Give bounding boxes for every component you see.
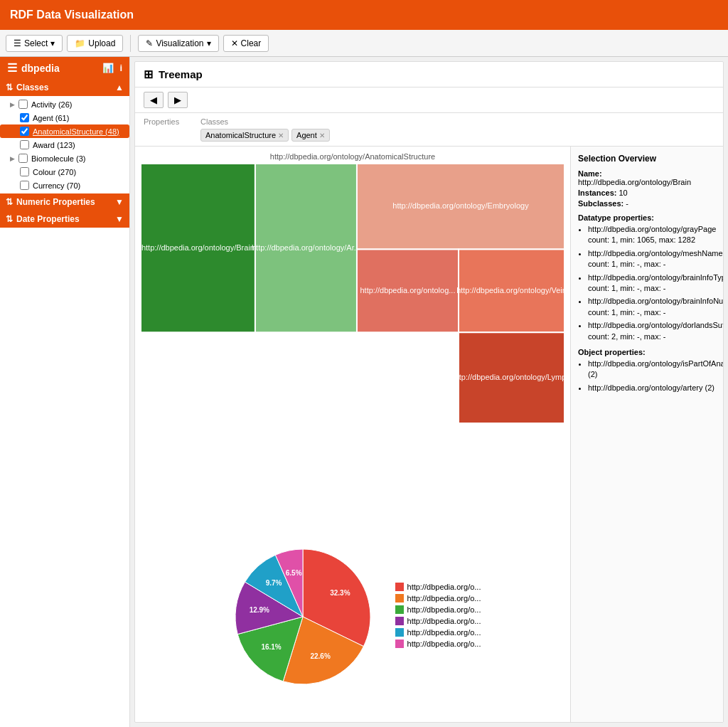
class-checkbox[interactable]	[18, 100, 28, 109]
info-icon[interactable]: i	[119, 63, 122, 73]
treemap-container: http://dbpedia.org/ontology/AnatomicalSt…	[135, 147, 570, 722]
class-checkbox[interactable]	[20, 181, 29, 190]
legend-label: http://dbpedia.org/o...	[407, 583, 481, 591]
visualization-button[interactable]: ✎ Visualization ▾	[138, 35, 218, 52]
overview-title: Selection Overview	[578, 154, 716, 164]
filter-tags: AnatomicalStructure ✕Agent ✕	[200, 129, 714, 142]
datatype-prop-item: http://dbpedia.org/ontology/brainInfoTyp…	[588, 272, 716, 294]
svg-text:9.7%: 9.7%	[265, 579, 282, 587]
sort-icon: ⇅	[6, 83, 13, 92]
class-list-item[interactable]: Agent (61)	[0, 111, 129, 124]
legend-label: http://dbpedia.org/o...	[407, 605, 481, 614]
treemap-svg-element[interactable]: http://dbpedia.org/ontology/Brainhttp://…	[141, 164, 564, 423]
chart-bar-icon[interactable]: 📊	[102, 63, 114, 73]
svg-text:16.1%: 16.1%	[261, 643, 281, 651]
object-props-list: http://dbpedia.org/ontology/isPartOfAnat…	[588, 359, 716, 393]
visualization-panel: ⊞ Treemap ◀ ▶ Properties Classes Anatomi…	[134, 61, 724, 723]
class-label: Award (123)	[33, 141, 75, 149]
select-button[interactable]: ☰ Select ▾	[6, 35, 63, 52]
title-bar: RDF Data Visualization	[0, 0, 728, 30]
viz-title: Treemap	[159, 68, 203, 80]
numeric-section-header[interactable]: ⇅ Numeric Properties ▼	[0, 193, 129, 211]
datatype-prop-item: http://dbpedia.org/ontology/dorlandsSuff…	[588, 320, 716, 342]
remove-tag-icon[interactable]: ✕	[278, 132, 284, 139]
svg-text:http://dbpedia.org/ontology/Em: http://dbpedia.org/ontology/Embryology	[392, 201, 529, 210]
classes-filter-label: Classes	[200, 117, 714, 126]
filter-tag[interactable]: AnatomicalStructure ✕	[200, 129, 289, 142]
pie-chart[interactable]: 32.3%22.6%16.1%12.9%9.7%6.5%	[225, 538, 381, 695]
legend-item: http://dbpedia.org/o...	[395, 594, 481, 603]
legend-item: http://dbpedia.org/o...	[395, 628, 481, 637]
back-button[interactable]: ◀	[144, 92, 164, 108]
date-label: Date Properties	[16, 214, 80, 224]
table-icon: ⊞	[144, 68, 153, 81]
legend-item: http://dbpedia.org/o...	[395, 583, 481, 591]
sort-icon-3: ⇅	[6, 214, 13, 224]
legend-color-box	[395, 594, 404, 603]
treemap-area: http://dbpedia.org/ontology/AnatomicalSt…	[135, 147, 723, 722]
legend-label: http://dbpedia.org/o...	[407, 594, 481, 603]
legend-label: http://dbpedia.org/o...	[407, 617, 481, 625]
chart-icon: ✎	[146, 38, 153, 48]
expand-icon-2: ▼	[115, 214, 124, 224]
class-checkbox[interactable]	[20, 140, 29, 149]
chevron-down-icon-2: ▾	[207, 38, 211, 48]
content-area: ⊞ Treemap ◀ ▶ Properties Classes Anatomi…	[130, 57, 728, 727]
legend-color-box	[395, 583, 404, 591]
remove-tag-icon[interactable]: ✕	[319, 132, 325, 139]
app-title: RDF Data Visualization	[10, 9, 134, 21]
selection-overview: Selection Overview Name: http://dbpedia.…	[570, 147, 723, 722]
svg-text:http://dbpedia.org/ontolog...: http://dbpedia.org/ontolog...	[360, 286, 456, 294]
upload-button[interactable]: 📁 Upload	[67, 35, 123, 52]
filter-bar: Properties Classes AnatomicalStructure ✕…	[135, 113, 723, 147]
class-list-item[interactable]: Currency (70)	[0, 179, 129, 192]
class-list-item[interactable]: ▶Biomolecule (3)	[0, 152, 129, 165]
viz-header: ⊞ Treemap	[135, 62, 723, 87]
clear-icon: ✕	[231, 38, 238, 48]
class-checkbox[interactable]	[18, 154, 28, 163]
dataset-header[interactable]: ☰ dbpedia 📊 i	[0, 57, 129, 79]
filter-tag[interactable]: Agent ✕	[291, 129, 330, 142]
viz-navigation: ◀ ▶	[135, 87, 723, 113]
legend-item: http://dbpedia.org/o...	[395, 617, 481, 625]
pie-legend: http://dbpedia.org/o... http://dbpedia.o…	[395, 583, 481, 651]
clear-button[interactable]: ✕ Clear	[223, 35, 269, 52]
svg-text:http://dbpedia.org/ontology/Br: http://dbpedia.org/ontology/Brain	[141, 243, 255, 252]
class-checkbox[interactable]	[20, 113, 29, 122]
toolbar: ☰ Select ▾ 📁 Upload ✎ Visualization ▾ ✕ …	[0, 30, 728, 57]
class-label: Colour (270)	[33, 168, 76, 176]
classes-section-header[interactable]: ⇅ Classes ▲	[0, 79, 129, 96]
menu-icon: ☰	[7, 61, 17, 75]
datatype-prop-item: http://dbpedia.org/ontology/grayPage cou…	[588, 224, 716, 246]
overview-instances: Instances: 10	[578, 189, 716, 197]
class-list-item[interactable]: Colour (270)	[0, 165, 129, 179]
overview-name: Name: http://dbpedia.org/ontology/Brain	[578, 169, 716, 186]
date-section-header[interactable]: ⇅ Date Properties ▼	[0, 211, 129, 228]
overview-subclasses: Subclasses: -	[578, 199, 716, 208]
svg-text:http://dbpedia.org/ontology/Ly: http://dbpedia.org/ontology/Lymph	[453, 373, 564, 381]
datatype-prop-item: http://dbpedia.org/ontology/meshName cou…	[588, 248, 716, 270]
class-list-item[interactable]: ▶Activity (26)	[0, 97, 129, 111]
class-label: Biomolecule (3)	[31, 154, 85, 163]
legend-color-box	[395, 640, 404, 648]
object-prop-item: http://dbpedia.org/ontology/artery (2)	[588, 383, 716, 393]
upload-icon: 📁	[75, 38, 85, 48]
class-list-item[interactable]: AnatomicalStructure (48)	[0, 124, 129, 138]
dataset-name: dbpedia	[21, 63, 60, 74]
datatype-prop-item: http://dbpedia.org/ontology/brainInfoNum…	[588, 296, 716, 318]
datatype-props-header: Datatype properties:	[578, 213, 716, 222]
class-list-item[interactable]: Award (123)	[0, 138, 129, 152]
treemap-svg[interactable]: http://dbpedia.org/ontology/Brainhttp://…	[141, 164, 564, 517]
class-label: Agent (61)	[33, 114, 69, 122]
legend-color-box	[395, 617, 404, 625]
classes-label: Classes	[16, 83, 48, 92]
class-label: AnatomicalStructure (48)	[33, 127, 119, 136]
forward-button[interactable]: ▶	[168, 92, 188, 108]
sidebar: ☰ dbpedia 📊 i ⇅ Classes ▲ ▶Activity (26)…	[0, 57, 130, 727]
class-checkbox[interactable]	[20, 127, 29, 136]
list-icon: ☰	[14, 38, 21, 48]
legend-item: http://dbpedia.org/o...	[395, 605, 481, 614]
class-checkbox[interactable]	[20, 167, 29, 176]
svg-text:32.3%: 32.3%	[330, 589, 350, 597]
svg-text:http://dbpedia.org/ontology/Ve: http://dbpedia.org/ontology/Vein	[456, 286, 564, 294]
